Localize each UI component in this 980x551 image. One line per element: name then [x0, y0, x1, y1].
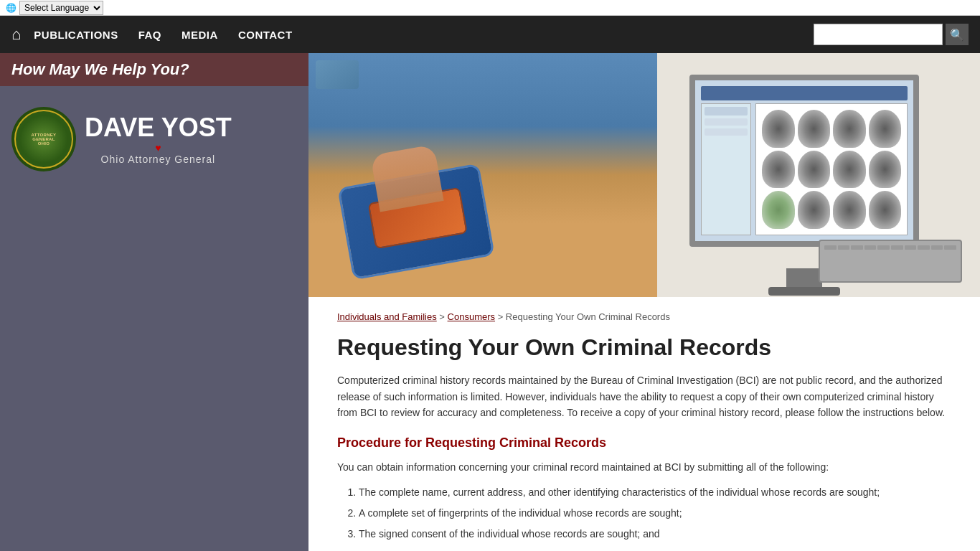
list-item: A business check, money order, or electr… — [359, 547, 951, 551]
search-input[interactable] — [814, 24, 943, 45]
name-block: Dave Yost ♥ Ohio Attorney General — [85, 113, 232, 165]
list-item: The complete name, current address, and … — [359, 484, 951, 501]
section-heading: Procedure for Requesting Criminal Record… — [337, 435, 951, 451]
search-button[interactable]: 🔍 — [946, 24, 969, 45]
breadcrumb-current: Requesting Your Own Criminal Records — [506, 311, 670, 322]
monitor-screen — [695, 80, 913, 241]
list-item: The signed consent of the individual who… — [359, 525, 951, 543]
main-layout: Individuals and Families > Consumers > R… — [0, 297, 980, 551]
language-select[interactable]: Select Language — [19, 1, 103, 15]
nav-publications[interactable]: PUBLICATIONS — [34, 29, 118, 41]
requirements-list: The complete name, current address, and … — [359, 484, 951, 551]
intro-text: Computerized criminal history records ma… — [337, 372, 951, 420]
hero-banner: How May We Help You? ATTORNEYGENERALOHIO… — [0, 53, 980, 297]
breadcrumb: Individuals and Families > Consumers > R… — [337, 311, 951, 322]
monitor — [689, 75, 919, 247]
heart-symbol: ♥ — [85, 142, 232, 154]
fingerprints-grid — [755, 103, 908, 235]
sidebar — [0, 297, 308, 551]
computer-display — [668, 60, 969, 290]
top-nav: ⌂ PUBLICATIONS FAQ MEDIA CONTACT 🔍 — [0, 16, 980, 53]
nav-contact[interactable]: CONTACT — [238, 29, 293, 41]
translate-bar: 🌐 Select Language — [0, 0, 980, 16]
search-area: 🔍 — [814, 24, 969, 45]
nav-media[interactable]: MEDIA — [182, 29, 218, 41]
official-name: Dave Yost — [85, 113, 232, 142]
breadcrumb-separator-1: > — [437, 311, 448, 322]
page-title: Requesting Your Own Criminal Records — [337, 334, 951, 361]
nav-links: PUBLICATIONS FAQ MEDIA CONTACT — [34, 29, 814, 41]
translate-icon: 🌐 — [6, 3, 17, 13]
fingerprint-scanner-image — [308, 53, 657, 297]
hero-left-panel: How May We Help You? ATTORNEYGENERALOHIO… — [0, 53, 308, 297]
breadcrumb-link-individuals[interactable]: Individuals and Families — [337, 311, 437, 322]
home-button[interactable]: ⌂ — [11, 25, 21, 44]
breadcrumb-link-consumers[interactable]: Consumers — [448, 311, 495, 322]
screen-toolbar — [701, 86, 908, 100]
computer-fingerprints-image — [657, 53, 980, 297]
hero-tagline: How May We Help You? — [0, 53, 308, 86]
hero-logo-area: ATTORNEYGENERALOHIO Dave Yost ♥ Ohio Att… — [0, 93, 308, 186]
official-title: Ohio Attorney General — [85, 154, 232, 165]
procedure-text: You can obtain information concerning yo… — [337, 459, 951, 475]
keyboard — [819, 240, 962, 283]
breadcrumb-separator-2: > — [495, 311, 506, 322]
content-area: Individuals and Families > Consumers > R… — [308, 297, 980, 551]
screen-sidebar-panel — [701, 103, 751, 235]
scanner-visual — [308, 53, 657, 297]
ohio-seal: ATTORNEYGENERALOHIO — [11, 107, 76, 171]
list-item: A complete set of fingerprints of the in… — [359, 504, 951, 522]
seal-text: ATTORNEYGENERALOHIO — [32, 133, 57, 146]
nav-faq[interactable]: FAQ — [138, 29, 161, 41]
monitor-base — [768, 287, 840, 296]
hero-images — [308, 53, 980, 297]
screen-content — [701, 103, 908, 235]
